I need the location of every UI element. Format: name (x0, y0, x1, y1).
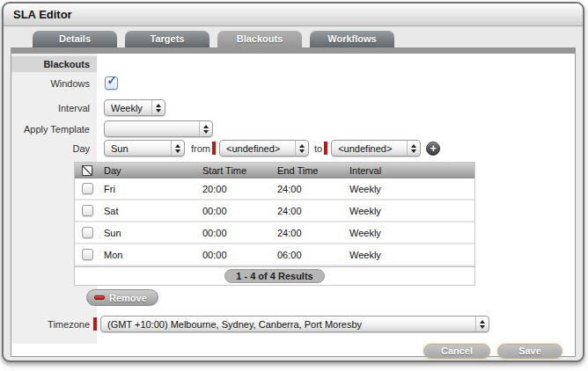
add-blackout-button[interactable]: + (426, 142, 440, 156)
from-time-select[interactable]: <undefined> (219, 140, 309, 156)
day-select[interactable]: Sun (104, 140, 185, 156)
timezone-label: Timezone (11, 319, 97, 330)
plus-icon: + (430, 142, 437, 155)
cell-day: Mon (101, 250, 200, 260)
to-time-select-value: <undefined> (338, 143, 407, 154)
window-titlebar: SLA Editor (4, 4, 583, 26)
checkmark-icon: ✓ (107, 72, 118, 88)
to-time-select[interactable]: <undefined> (331, 140, 421, 156)
save-button[interactable]: Save (497, 344, 562, 359)
stepper-arrows-icon (295, 141, 308, 156)
cell-end-time: 24:00 (275, 184, 347, 194)
required-marker (93, 317, 97, 331)
cell-end-time: 06:00 (275, 250, 347, 260)
day-select-value: Sun (111, 143, 171, 154)
cancel-button[interactable]: Cancel (423, 344, 490, 359)
minus-icon (94, 295, 105, 300)
stepper-arrows-icon (199, 121, 212, 136)
interval-select-value: Weekly (111, 103, 151, 113)
to-label: to (314, 143, 322, 154)
tab-blackouts[interactable]: Blackouts (217, 31, 302, 47)
interval-row: Interval Weekly (11, 99, 575, 116)
cell-start-time: 00:00 (200, 228, 275, 238)
from-time-select-value: <undefined> (226, 143, 295, 154)
column-header-interval: Interval (347, 165, 474, 176)
day-label: Day (11, 143, 97, 154)
stepper-arrows-icon (407, 141, 420, 156)
cell-start-time: 00:00 (200, 250, 275, 260)
window-title: SLA Editor (13, 8, 72, 21)
cell-day: Sat (101, 206, 200, 216)
stepper-arrows-icon (475, 316, 489, 331)
blackouts-table: Day Start Time End Time Interval Fri 20:… (74, 162, 475, 286)
column-header-start-time: Start Time (200, 165, 275, 176)
row-checkbox[interactable] (82, 205, 93, 216)
interval-select[interactable]: Weekly (104, 99, 165, 116)
timezone-row: Timezone (GMT +10:00) Melbourne, Sydney,… (11, 316, 575, 332)
apply-template-row: Apply Template (11, 120, 575, 137)
content-panel: Blackouts Windows ✓ Interval Weekly Appl… (11, 47, 576, 357)
cell-start-time: 00:00 (200, 206, 275, 216)
cell-day: Sun (101, 228, 200, 238)
required-marker (212, 142, 216, 155)
timezone-select[interactable]: (GMT +10:00) Melbourne, Sydney, Canberra… (100, 316, 489, 332)
remove-button[interactable]: Remove (86, 289, 158, 306)
apply-template-select[interactable] (104, 120, 213, 137)
column-header-end-time: End Time (275, 165, 347, 176)
stepper-arrows-icon (151, 100, 165, 115)
pagination-results[interactable]: 1 - 4 of 4 Results (224, 269, 324, 283)
section-header-blackouts: Blackouts (11, 56, 97, 72)
cell-interval: Weekly (347, 228, 474, 238)
table-header: Day Start Time End Time Interval (75, 163, 474, 178)
stepper-arrows-icon (171, 141, 184, 156)
column-header-day: Day (101, 165, 200, 176)
interval-label: Interval (11, 103, 97, 113)
from-label: from (191, 143, 210, 154)
cell-interval: Weekly (347, 184, 474, 194)
table-row: Fri 20:00 24:00 Weekly (75, 178, 474, 200)
row-checkbox[interactable] (82, 183, 93, 194)
tab-bar: Details Targets Blackouts Workflows (4, 26, 583, 47)
windows-checkbox[interactable]: ✓ (105, 76, 118, 90)
tab-details[interactable]: Details (33, 31, 117, 47)
table-row: Sun 00:00 24:00 Weekly (75, 222, 474, 244)
windows-label: Windows (11, 78, 97, 89)
table-footer: 1 - 4 of 4 Results (75, 266, 474, 285)
cell-day: Fri (101, 184, 200, 194)
tab-targets[interactable]: Targets (125, 31, 209, 47)
sla-editor-window: SLA Editor Details Targets Blackouts Wor… (2, 2, 584, 362)
cell-interval: Weekly (347, 250, 474, 260)
table-row: Sat 00:00 24:00 Weekly (75, 200, 474, 222)
cell-interval: Weekly (347, 206, 474, 216)
row-checkbox[interactable] (82, 227, 93, 238)
select-all-icon[interactable] (82, 165, 92, 176)
cell-end-time: 24:00 (275, 228, 347, 238)
cell-start-time: 20:00 (200, 184, 275, 194)
day-row: Day Sun from <undefined> to <undefined> … (11, 140, 575, 156)
table-row: Mon 00:00 06:00 Weekly (75, 244, 474, 266)
required-marker (324, 142, 327, 155)
tab-workflows[interactable]: Workflows (310, 31, 394, 47)
windows-row: Windows ✓ (11, 76, 575, 90)
remove-button-label: Remove (109, 293, 147, 303)
cell-end-time: 24:00 (275, 206, 347, 216)
row-checkbox[interactable] (82, 249, 93, 260)
apply-template-label: Apply Template (11, 124, 97, 135)
timezone-select-value: (GMT +10:00) Melbourne, Sydney, Canberra… (107, 319, 475, 330)
